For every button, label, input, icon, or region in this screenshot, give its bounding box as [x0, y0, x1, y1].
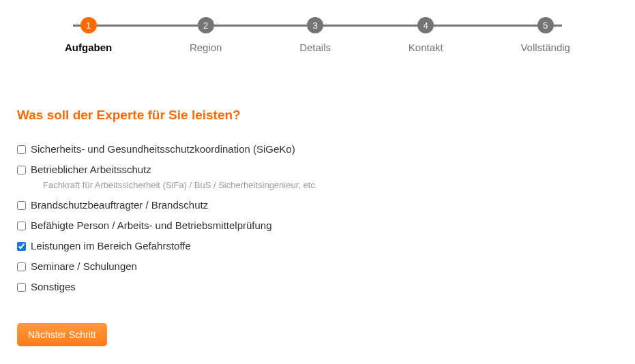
- checkbox-brandschutz[interactable]: [17, 201, 26, 210]
- step-circle-1: 1: [80, 17, 97, 33]
- option-sonstiges[interactable]: Sonstiges: [17, 281, 618, 292]
- option-befaehigte[interactable]: Befähigte Person / Arbeits- und Betriebs…: [17, 219, 618, 231]
- step-circle-5: 5: [537, 17, 554, 33]
- option-gefahrstoffe[interactable]: Leistungen im Bereich Gefahrstoffe: [17, 240, 618, 252]
- checkbox-seminare[interactable]: [17, 262, 26, 271]
- step-circle-3: 3: [307, 17, 323, 33]
- step-label-4: Kontakt: [409, 42, 443, 53]
- checkbox-sonstiges[interactable]: [17, 283, 26, 292]
- step-2[interactable]: 2 Region: [190, 17, 222, 53]
- step-circle-4: 4: [417, 17, 434, 33]
- option-label: Brandschutzbeauftragter / Brandschutz: [31, 199, 208, 211]
- option-brandschutz[interactable]: Brandschutzbeauftragter / Brandschutz: [17, 199, 618, 211]
- checkbox-list: Sicherheits- und Gesundheitsschutzkoordi…: [17, 143, 618, 292]
- option-label: Leistungen im Bereich Gefahrstoffe: [31, 240, 191, 252]
- checkbox-sigeko[interactable]: [17, 145, 26, 154]
- option-sublabel: Fachkraft für Arbeitssicherheit (SiFa) /…: [43, 180, 618, 190]
- option-label: Sicherheits- und Gesundheitsschutzkoordi…: [31, 143, 295, 155]
- step-5[interactable]: 5 Vollständig: [520, 17, 570, 53]
- checkbox-arbeitsschutz[interactable]: [17, 166, 26, 175]
- option-label: Betrieblicher Arbeitsschutz: [31, 164, 151, 175]
- step-4[interactable]: 4 Kontakt: [409, 17, 443, 53]
- step-3[interactable]: 3 Details: [299, 17, 331, 53]
- option-seminare[interactable]: Seminare / Schulungen: [17, 260, 618, 272]
- step-label-2: Region: [190, 42, 222, 53]
- option-sigeko[interactable]: Sicherheits- und Gesundheitsschutzkoordi…: [17, 143, 618, 155]
- step-label-5: Vollständig: [520, 42, 570, 53]
- question-title: Was soll der Experte für Sie leisten?: [17, 108, 618, 123]
- option-arbeitsschutz[interactable]: Betrieblicher Arbeitsschutz: [17, 164, 618, 175]
- option-label: Befähigte Person / Arbeits- und Betriebs…: [31, 219, 272, 231]
- checkbox-gefahrstoffe[interactable]: [17, 242, 26, 251]
- step-1[interactable]: 1 Aufgaben: [65, 17, 112, 53]
- step-circle-2: 2: [198, 17, 214, 33]
- next-button[interactable]: Nächster Schritt: [17, 323, 107, 346]
- progress-stepper: 1 Aufgaben 2 Region 3 Details 4 Kontakt …: [65, 17, 570, 53]
- step-label-1: Aufgaben: [65, 42, 112, 53]
- option-label: Sonstiges: [31, 281, 76, 292]
- step-label-3: Details: [299, 42, 331, 53]
- option-label: Seminare / Schulungen: [31, 260, 137, 272]
- checkbox-befaehigte[interactable]: [17, 222, 26, 230]
